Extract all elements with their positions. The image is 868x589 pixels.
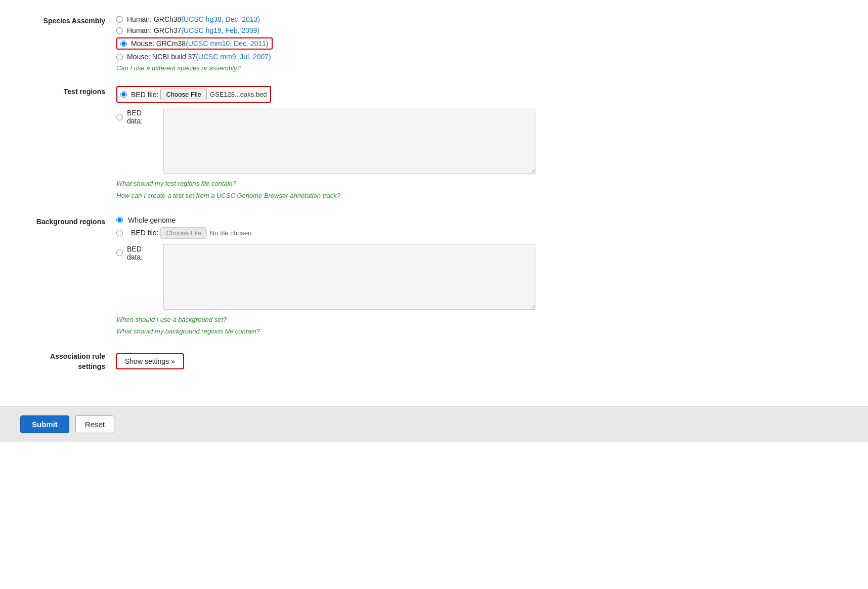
species-label-mousencbi: Mouse: NCBI build 37 [127,53,196,61]
background-regions-label: Background regions [20,216,116,227]
species-link-mousencbi[interactable]: (UCSC mm9, Jul. 2007) [196,53,271,61]
background-choose-file-button[interactable]: Choose File [160,227,206,239]
species-radio-mousencbi[interactable] [116,54,123,60]
species-assembly-controls: Human: GRCh38 (UCSC hg38, Dec. 2013) Hum… [116,15,536,72]
background-regions-green-links: When should I use a background set? What… [116,314,536,338]
background-regions-link-2[interactable]: What should my background regions file c… [116,327,260,335]
species-link-human37[interactable]: (UCSC hg19, Feb. 2009) [181,26,259,34]
test-bed-file-label: BED file: [131,91,158,99]
association-rule-row: Association rulesettings Show settings » [20,352,536,371]
species-mouse38-highlight: Mouse: GRCm38 (UCSC mm10, Dec. 2011) [116,37,273,50]
test-file-name: GSE128...eaks.bed [210,91,267,98]
species-radio-human37[interactable] [116,27,123,34]
species-option-mousencbi: Mouse: NCBI build 37 (UCSC mm9, Jul. 200… [116,53,536,61]
reset-button[interactable]: Reset [75,415,114,433]
species-radio-mouse38[interactable] [120,40,127,47]
test-bed-data-radio[interactable] [116,114,123,120]
background-regions-controls: Whole genome BED file: Choose File No fi… [116,216,536,338]
species-link-human38[interactable]: (UCSC hg38, Dec. 2013) [181,15,260,23]
background-bed-data-label-wrap: BED data: [116,245,159,261]
background-regions-link-1[interactable]: When should I use a background set? [116,316,227,323]
background-bed-file-row: BED file: Choose File No file chosen [116,227,536,239]
background-bed-data-textarea[interactable] [163,244,536,310]
test-bed-data-textarea[interactable] [163,108,536,174]
background-no-file: No file chosen [210,229,251,237]
show-settings-button[interactable]: Show settings » [116,354,184,369]
association-rule-label: Association rulesettings [20,352,116,371]
species-label-human37: Human: GRCh37 [127,26,181,34]
test-regions-label: Test regions [20,86,116,97]
background-bed-data-radio[interactable] [116,249,123,256]
test-regions-green-links: What should my test regions file contain… [116,178,536,202]
test-choose-file-button[interactable]: Choose File [160,89,206,100]
test-bed-data-label-wrap: BED data: [116,109,159,125]
species-option-mouse38: Mouse: GRCm38 (UCSC mm10, Dec. 2011) [116,37,536,50]
species-assembly-row: Species Assembly Human: GRCh38 (UCSC hg3… [20,15,536,72]
test-bed-file-highlight: BED file: Choose File GSE128...eaks.bed [116,86,271,103]
species-link-mouse38[interactable]: (UCSC mm10, Dec. 2011) [186,39,268,48]
footer-bar: Submit Reset [0,406,868,442]
background-regions-row: Background regions Whole genome BED file… [20,216,536,338]
species-option-human37: Human: GRCh37 (UCSC hg19, Feb. 2009) [116,26,536,34]
test-regions-link-1[interactable]: What should my test regions file contain… [116,180,236,187]
association-rule-controls: Show settings » [116,352,536,369]
test-regions-row: Test regions BED file: Choose File GSE12… [20,86,536,202]
background-bed-data-label: BED data: [127,245,159,261]
species-label-human38: Human: GRCh38 [127,15,181,23]
test-bed-data-label: BED data: [127,109,159,125]
test-regions-link-2[interactable]: How can I create a test set from a UCSC … [116,192,340,199]
species-assembly-label: Species Assembly [20,15,116,26]
species-radio-human38[interactable] [116,16,123,23]
species-option-human38: Human: GRCh38 (UCSC hg38, Dec. 2013) [116,15,536,23]
background-whole-genome-row: Whole genome [116,216,536,224]
background-bed-file-label: BED file: [131,229,158,237]
test-bed-file-radio[interactable] [120,91,127,98]
test-bed-data-row: BED data: [116,106,536,174]
background-bed-data-row: BED data: [116,242,536,310]
test-file-input-wrapper: Choose File GSE128...eaks.bed [160,89,267,100]
submit-button[interactable]: Submit [20,415,69,433]
different-species-link[interactable]: Can I use a different species or assembl… [116,64,241,72]
test-bed-file-row: BED file: Choose File GSE128...eaks.bed [116,86,536,103]
species-label-mouse38: Mouse: GRCm38 [131,39,186,48]
background-whole-genome-label: Whole genome [128,216,176,224]
background-whole-genome-radio[interactable] [116,217,123,223]
test-regions-controls: BED file: Choose File GSE128...eaks.bed … [116,86,536,202]
background-file-input-wrapper: Choose File No file chosen [160,227,251,239]
background-bed-file-radio[interactable] [116,230,123,236]
